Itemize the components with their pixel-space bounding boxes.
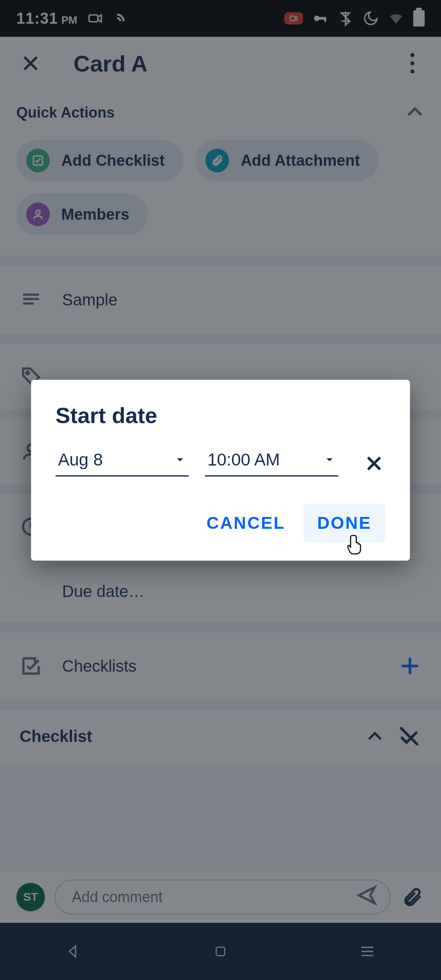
dialog-title: Start date — [56, 403, 385, 428]
start-date-dialog: Start date Aug 8 10:00 AM CANCEL DONE — [31, 380, 410, 561]
time-value: 10:00 AM — [207, 450, 280, 470]
clear-date-button[interactable] — [363, 452, 385, 475]
time-picker[interactable]: 10:00 AM — [205, 450, 338, 477]
chevron-down-icon — [323, 454, 336, 466]
done-button[interactable]: DONE — [303, 503, 385, 543]
chevron-down-icon — [174, 454, 186, 466]
date-value: Aug 8 — [58, 450, 103, 470]
screen: 11:31PM — [0, 0, 441, 980]
cancel-button[interactable]: CANCEL — [193, 503, 299, 543]
date-picker[interactable]: Aug 8 — [56, 450, 189, 477]
